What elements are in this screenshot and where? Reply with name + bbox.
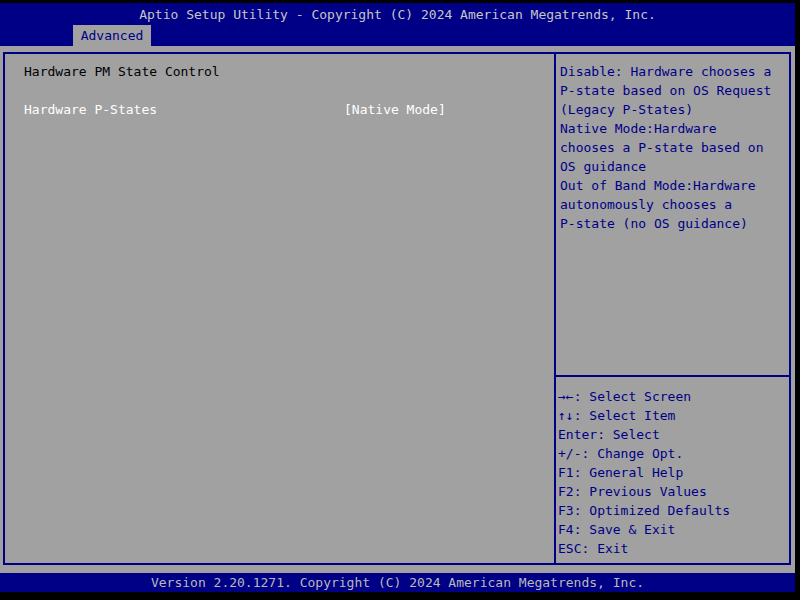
titlebar: Aptio Setup Utility - Copyright (C) 2024… — [0, 3, 795, 25]
help-line: Native Mode:Hardware — [560, 119, 788, 138]
section-title: Hardware PM State Control — [24, 62, 544, 81]
help-line: Out of Band Mode:Hardware — [560, 176, 788, 195]
spacer — [24, 81, 544, 100]
help-line: P-state based on OS Request — [560, 81, 788, 100]
legend-f1-help: F1: General Help — [558, 463, 788, 482]
legend-select-screen: →←: Select Screen — [558, 387, 788, 406]
footer-bar: Version 2.20.1271. Copyright (C) 2024 Am… — [0, 573, 795, 592]
version-text: Version 2.20.1271. Copyright (C) 2024 Am… — [151, 575, 644, 590]
help-line: P-state (no OS guidance) — [560, 214, 788, 233]
legend-f3-defaults: F3: Optimized Defaults — [558, 501, 788, 520]
tab-bar: Advanced — [0, 25, 795, 46]
menu-item-label: Hardware P-States — [24, 102, 157, 117]
help-line: chooses a P-state based on — [560, 138, 788, 157]
pane-divider — [554, 52, 556, 565]
legend-change-opt: +/-: Change Opt. — [558, 444, 788, 463]
menu-item-hardware-p-states[interactable]: Hardware P-States [Native Mode] — [24, 100, 544, 119]
help-panel: Disable: Hardware chooses a P-state base… — [560, 62, 788, 233]
legend-select-item: ↑↓: Select Item — [558, 406, 788, 425]
tab-advanced[interactable]: Advanced — [73, 25, 151, 46]
app-title: Aptio Setup Utility - Copyright (C) 2024… — [139, 7, 656, 22]
help-line: Disable: Hardware chooses a — [560, 62, 788, 81]
help-line: autonomously chooses a — [560, 195, 788, 214]
help-line: (Legacy P-States) — [560, 100, 788, 119]
key-legend: →←: Select Screen ↑↓: Select Item Enter:… — [558, 387, 788, 558]
help-line: OS guidance — [560, 157, 788, 176]
legend-f4-save-exit: F4: Save & Exit — [558, 520, 788, 539]
legend-enter: Enter: Select — [558, 425, 788, 444]
menu-item-value[interactable]: [Native Mode] — [344, 100, 446, 119]
bios-screen: Aptio Setup Utility - Copyright (C) 2024… — [0, 3, 795, 592]
settings-pane: Hardware PM State Control Hardware P-Sta… — [24, 62, 544, 119]
legend-esc-exit: ESC: Exit — [558, 539, 788, 558]
legend-f2-previous: F2: Previous Values — [558, 482, 788, 501]
legend-divider — [554, 375, 791, 377]
